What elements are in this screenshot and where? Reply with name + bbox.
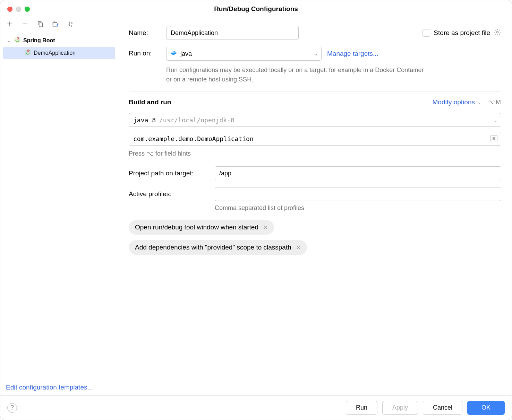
main-panel: Name: Store as project file Run on: bbox=[118, 18, 512, 395]
edit-templates-link[interactable]: Edit configuration templates... bbox=[0, 379, 118, 395]
chip-label: Add dependencies with "provided" scope t… bbox=[135, 244, 291, 251]
save-template-icon[interactable] bbox=[52, 20, 59, 28]
sidebar: az ⌄ Spring Boot DemoApplication Edit co… bbox=[0, 18, 118, 395]
project-path-input[interactable] bbox=[215, 166, 501, 180]
minimize-window-button[interactable] bbox=[16, 7, 21, 12]
sort-icon[interactable]: az bbox=[67, 20, 75, 28]
chevron-down-icon: ⌄ bbox=[494, 117, 497, 123]
profiles-help-text: Comma separated list of profiles bbox=[215, 204, 501, 212]
manage-targets-link[interactable]: Manage targets... bbox=[327, 50, 378, 58]
active-profiles-label: Active profiles: bbox=[129, 190, 210, 198]
spring-boot-icon bbox=[14, 36, 21, 45]
tree-group-label: Spring Boot bbox=[23, 37, 55, 44]
spring-boot-icon bbox=[24, 49, 32, 58]
svg-point-9 bbox=[28, 50, 30, 52]
modify-options-shortcut: ⌥M bbox=[488, 98, 501, 106]
gear-icon[interactable] bbox=[494, 28, 501, 37]
chip-remove-icon[interactable]: ✕ bbox=[296, 244, 301, 251]
svg-point-10 bbox=[496, 31, 498, 33]
apply-button[interactable]: Apply bbox=[382, 401, 418, 415]
window-title: Run/Debug Configurations bbox=[214, 5, 298, 13]
project-path-label: Project path on target: bbox=[129, 169, 210, 177]
list-icon[interactable] bbox=[490, 135, 497, 142]
jdk-path: /usr/local/openjdk-8 bbox=[159, 116, 234, 124]
option-chip-open-tool-window[interactable]: Open run/debug tool window when started … bbox=[129, 220, 274, 235]
svg-point-8 bbox=[18, 38, 19, 39]
ok-button[interactable]: OK bbox=[467, 401, 505, 415]
tree-item-demoapplication[interactable]: DemoApplication bbox=[3, 47, 115, 59]
field-hints-text: Press ⌥ for field hints bbox=[129, 150, 501, 157]
option-chip-provided-scope[interactable]: Add dependencies with "provided" scope t… bbox=[129, 240, 307, 255]
jdk-name: java 8 bbox=[133, 116, 156, 124]
footer: ? Run Apply Cancel OK bbox=[0, 395, 512, 420]
divider bbox=[129, 91, 501, 91]
titlebar: Run/Debug Configurations bbox=[0, 0, 512, 18]
chevron-down-icon[interactable]: ⌄ bbox=[7, 38, 11, 43]
modify-options-link[interactable]: Modify options ⌄ ⌥M bbox=[432, 98, 501, 106]
svg-rect-14 bbox=[173, 51, 174, 52]
runon-select[interactable]: java ⌄ bbox=[166, 47, 322, 61]
chip-remove-icon[interactable]: ✕ bbox=[263, 224, 268, 231]
jdk-select[interactable]: java 8 /usr/local/openjdk-8 ⌄ bbox=[129, 113, 501, 127]
svg-rect-3 bbox=[39, 23, 43, 27]
active-profiles-input[interactable] bbox=[215, 187, 501, 201]
chip-label: Open run/debug tool window when started bbox=[135, 224, 258, 231]
svg-rect-15 bbox=[174, 51, 175, 52]
main-class-value: com.example.demo.DemoApplication bbox=[133, 135, 254, 142]
help-button[interactable]: ? bbox=[7, 403, 17, 413]
tree-item-label: DemoApplication bbox=[34, 50, 76, 56]
runon-label: Run on: bbox=[129, 47, 161, 57]
store-as-project-label: Store as project file bbox=[434, 29, 490, 37]
copy-config-icon[interactable] bbox=[36, 20, 44, 28]
close-window-button[interactable] bbox=[7, 7, 12, 12]
remove-config-icon[interactable] bbox=[21, 20, 29, 28]
main-class-field[interactable]: com.example.demo.DemoApplication bbox=[129, 132, 501, 146]
svg-text:z: z bbox=[71, 24, 72, 27]
store-as-project-checkbox[interactable] bbox=[423, 29, 430, 37]
build-run-section-title: Build and run bbox=[129, 98, 171, 106]
runon-help-text: Run configurations may be executed local… bbox=[166, 65, 430, 84]
add-config-icon[interactable] bbox=[6, 20, 14, 28]
run-button[interactable]: Run bbox=[346, 401, 377, 415]
docker-icon bbox=[171, 50, 178, 58]
cancel-button[interactable]: Cancel bbox=[423, 401, 462, 415]
name-label: Name: bbox=[129, 29, 161, 37]
window-controls bbox=[7, 7, 30, 12]
runon-value: java bbox=[180, 50, 192, 58]
modify-options-label: Modify options bbox=[432, 98, 475, 106]
name-input[interactable] bbox=[166, 26, 299, 40]
config-tree: ⌄ Spring Boot DemoApplication bbox=[0, 32, 118, 379]
tree-group-spring-boot[interactable]: ⌄ Spring Boot bbox=[0, 34, 118, 47]
chevron-down-icon: ⌄ bbox=[314, 51, 318, 56]
zoom-window-button[interactable] bbox=[25, 7, 30, 12]
chevron-down-icon: ⌄ bbox=[478, 100, 481, 105]
sidebar-toolbar: az bbox=[0, 18, 118, 32]
